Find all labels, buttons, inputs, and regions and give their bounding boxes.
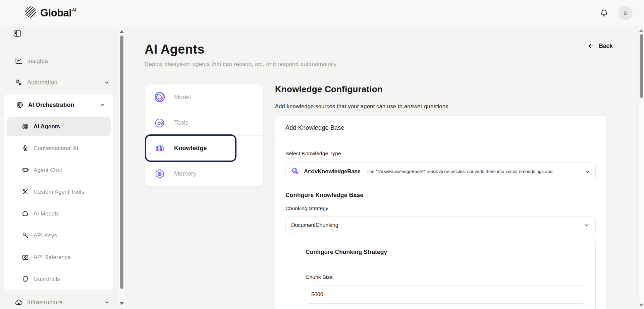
configure-knowledge-base-heading: Configure Knowledge Base [285, 192, 596, 199]
subcard-title: Configure Chunking Strategy [296, 239, 595, 264]
sidebar-item-ai-agents[interactable]: AI Agents [7, 117, 111, 136]
sidebar-item-ai-orchestration[interactable]: AI Orchestration [4, 94, 113, 116]
chunking-strategy-value: DocumentChunking [291, 222, 338, 228]
sidebar-item-conversational-ai[interactable]: Conversational AI [4, 137, 113, 159]
avatar-initial: U [624, 10, 628, 16]
model-swirl-icon: AI [153, 91, 166, 104]
knowledge-type-select[interactable]: ArxivKnowledgeBase - The **ArxivKnowledg… [285, 163, 596, 180]
sidebar-item-label: Conversational AI [34, 145, 78, 152]
add-knowledge-base-card: Add Knowledge Base Select Knowledge Type [275, 115, 606, 309]
avatar[interactable]: U [619, 6, 633, 20]
panel-description: Add knowledge sources that your agent ca… [275, 103, 606, 110]
tab-tools[interactable]: Tools [145, 110, 263, 135]
agent-config-tabs: AI Model [144, 84, 264, 187]
sidebar-item-infrastructure[interactable]: Infrastructure [0, 292, 119, 309]
sidebar-item-label: API Reference [34, 254, 71, 261]
chunk-size-label: Chunk Size [306, 274, 585, 280]
sidebar-item-api-keys[interactable]: API Keys [4, 225, 113, 246]
page-title: AI Agents [145, 42, 644, 57]
chevron-down-icon [585, 169, 590, 174]
scroll-down-arrow[interactable] [120, 302, 124, 305]
chart-line-icon [15, 57, 23, 65]
sidebar-item-guardrails[interactable]: Guardrails [4, 268, 113, 290]
sidebar-item-ai-models[interactable]: AI Models [4, 203, 113, 225]
sidebar-item-label: Guardrails [34, 276, 60, 283]
page-header: AI Agents Deploy always-on agents that c… [125, 26, 644, 68]
main-scrollbar[interactable] [638, 26, 644, 309]
scroll-down-arrow[interactable] [639, 304, 644, 307]
knowledge-type-value: ArxivKnowledgeBase [304, 168, 361, 175]
sidebar-item-label: Agent Chat [34, 167, 62, 174]
search-gradient-icon [291, 167, 300, 176]
key-icon [21, 232, 29, 240]
sidebar: Insights Automation [0, 26, 125, 309]
notifications-button[interactable] [599, 8, 609, 18]
scrollbar-thumb[interactable] [120, 36, 123, 289]
crossed-tools-icon [21, 188, 29, 196]
select-knowledge-type-label: Select Knowledge Type [285, 150, 596, 157]
tab-memory[interactable]: Memory [145, 161, 263, 186]
brand-logo[interactable]: GlobalAI [24, 6, 76, 20]
brain-icon [16, 101, 24, 109]
brain-icon [21, 123, 29, 131]
scroll-up-arrow[interactable] [120, 30, 124, 33]
back-label: Back [599, 43, 613, 50]
tab-label: Memory [174, 170, 196, 177]
brand-name: Global [40, 7, 71, 19]
svg-text:AI: AI [157, 96, 159, 99]
tab-label: Knowledge [174, 145, 207, 152]
box-gear-icon [21, 253, 29, 261]
knowledge-type-description: - The **ArxivKnowledgeBase** reads Arxiv… [364, 169, 584, 174]
memory-hexagon-icon [153, 168, 166, 180]
chunking-strategy-label: Chunking Strategy [285, 205, 596, 211]
cloud-icon [15, 298, 23, 306]
sidebar-item-custom-agent-tools[interactable]: Custom Agent Tools [4, 181, 113, 203]
chevron-down-icon [104, 80, 109, 85]
scrollbar-thumb[interactable] [640, 34, 643, 98]
back-button[interactable]: Back [587, 42, 613, 50]
sidebar-item-label: Infrastructure [27, 299, 63, 306]
chat-network-icon [21, 210, 29, 218]
page-subtitle: Deploy always-on agents that can reason,… [145, 61, 644, 68]
card-title: Add Knowledge Base [275, 116, 606, 140]
sidebar-item-label: API Keys [34, 232, 57, 239]
chunk-size-input[interactable] [306, 286, 585, 304]
knowledge-config-panel: Knowledge Configuration Add knowledge so… [275, 84, 606, 309]
tab-knowledge[interactable]: Knowledge [145, 135, 263, 161]
sidebar-item-label: AI Models [34, 210, 59, 217]
arrow-left-icon [587, 42, 595, 50]
logo-hatched-circle-icon [24, 6, 37, 18]
sidebar-item-label: Insights [27, 58, 48, 65]
tab-label: Model [174, 94, 191, 101]
sidebar-item-agent-chat[interactable]: Agent Chat [4, 159, 113, 181]
main-content: AI Agents Deploy always-on agents that c… [125, 26, 644, 309]
sidebar-toggle-button[interactable] [13, 29, 22, 38]
scroll-up-arrow[interactable] [639, 29, 644, 32]
sidebar-item-label: AI Orchestration [28, 102, 74, 109]
tab-model[interactable]: AI Model [145, 84, 263, 110]
chevron-down-icon [104, 300, 109, 305]
sidebar-item-label: Automation [27, 79, 58, 86]
chevron-up-icon [100, 102, 105, 108]
panel-heading: Knowledge Configuration [275, 84, 606, 95]
shield-icon [21, 275, 29, 283]
sidebar-item-automation[interactable]: Automation [0, 72, 119, 93]
sidebar-item-label: Custom Agent Tools [34, 189, 84, 195]
bot-chat-icon [21, 166, 29, 174]
configure-chunking-strategy-card: Configure Chunking Strategy Chunk Size [296, 239, 596, 309]
chunking-strategy-select[interactable]: DocumentChunking [285, 217, 596, 234]
chevron-down-icon [584, 223, 590, 228]
sidebar-item-label: AI Agents [34, 123, 60, 130]
sidebar-scrollbar[interactable] [119, 27, 124, 308]
sidebar-item-insights[interactable]: Insights [0, 50, 119, 72]
tools-circle-icon [153, 117, 166, 129]
brand-suffix: AI [72, 7, 76, 12]
microphone-icon [21, 144, 29, 152]
tab-label: Tools [174, 119, 189, 126]
library-icon [153, 142, 166, 155]
gears-icon [15, 78, 23, 86]
bell-icon [599, 8, 609, 18]
sidebar-item-api-reference[interactable]: API Reference [4, 246, 113, 268]
app-window: GlobalAI U [0, 0, 644, 309]
top-bar: GlobalAI U [0, 0, 644, 26]
